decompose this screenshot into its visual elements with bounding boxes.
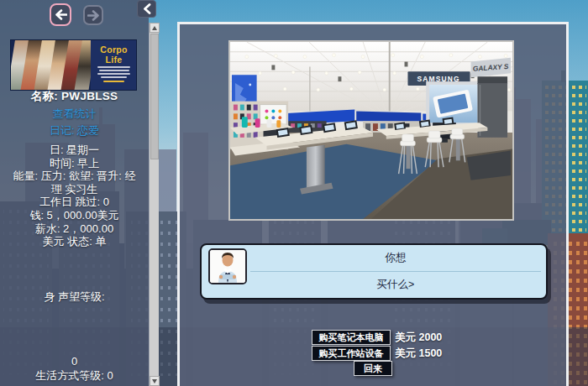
dialog-content: 你想 买什么> xyxy=(249,245,543,298)
workstation-price: 美元 1500 xyxy=(395,346,442,361)
dialog-line-1: 你想 xyxy=(249,245,543,271)
laptop-price: 美元 2000 xyxy=(395,330,442,345)
stat-line-day: 日: 星期一 xyxy=(0,143,149,157)
scrollbar-thumb[interactable] xyxy=(150,34,159,159)
banner-title: Corpo Life xyxy=(95,44,133,65)
npc-avatar xyxy=(208,248,247,284)
character-stats: 日: 星期一 时间: 早上 能量: 压力: 欲望: 晋升: 经 理 实习生 工作… xyxy=(0,143,149,248)
store-scene: SAMSUNG GALAXY S xyxy=(230,42,512,219)
stat-line-salary: 薪水: 2，000.00 xyxy=(0,222,149,236)
forward-button[interactable] xyxy=(83,5,103,25)
dialog-box: 你想 买什么> xyxy=(200,243,548,300)
diary-link[interactable]: 日记: 恋爱 xyxy=(0,123,149,138)
scroll-up-button[interactable] xyxy=(150,23,160,33)
stat-line-job: 理 实习生 xyxy=(0,183,149,196)
left-arrow-icon xyxy=(55,9,67,20)
sidebar-scrollbar[interactable] xyxy=(149,23,159,386)
banner-tagline-bar xyxy=(99,70,129,71)
prestige-label: 身 声望等级: xyxy=(0,290,149,305)
game-window: Corpo Life 名称: PWJBLSS 查看统计 日记: 恋爱 日: 星期… xyxy=(0,0,588,386)
stat-line-energy: 能量: 压力: 欲望: 晋升: 经 xyxy=(0,170,149,183)
stat-line-status: 美元 状态: 单 xyxy=(0,235,149,248)
chevron-left-icon xyxy=(143,3,151,14)
banner-tagline-bar xyxy=(97,66,129,68)
lifestyle-level: 生活方式等级: 0 xyxy=(0,368,149,383)
banner-text-panel: Corpo Life xyxy=(91,40,136,90)
npc-portrait xyxy=(210,250,245,283)
triangle-down-icon xyxy=(152,379,157,383)
buy-laptop-button[interactable]: 购买笔记本电脑 xyxy=(312,330,391,345)
scroll-down-button[interactable] xyxy=(150,376,160,386)
character-name: 名称: PWJBLSS xyxy=(0,89,149,104)
stat-line-time: 时间: 早上 xyxy=(0,157,149,170)
back-button[interactable] xyxy=(50,3,71,26)
buy-workstation-button[interactable]: 购买工作站设备 xyxy=(312,346,391,361)
right-arrow-icon xyxy=(87,10,100,21)
stat-line-money: 钱: 5，000.00美元 xyxy=(0,209,149,222)
view-stats-link[interactable]: 查看统计 xyxy=(0,107,149,122)
dialog-line-2[interactable]: 买什么> xyxy=(249,272,543,298)
return-button[interactable]: 回来 xyxy=(354,361,392,376)
store-photo: SAMSUNG GALAXY S xyxy=(228,40,514,221)
banner-tagline-bar xyxy=(101,76,128,78)
triangle-up-icon xyxy=(152,26,157,30)
prestige-value: 0 xyxy=(0,355,149,368)
banner-footer-bar xyxy=(103,81,124,82)
stat-line-workdays: 工作日 跳过: 0 xyxy=(0,196,149,209)
collapse-sidebar-button[interactable] xyxy=(137,0,156,18)
corpo-life-banner: Corpo Life xyxy=(10,39,137,91)
banner-tagline-bar xyxy=(97,73,131,75)
banner-photo-collage xyxy=(11,40,91,90)
